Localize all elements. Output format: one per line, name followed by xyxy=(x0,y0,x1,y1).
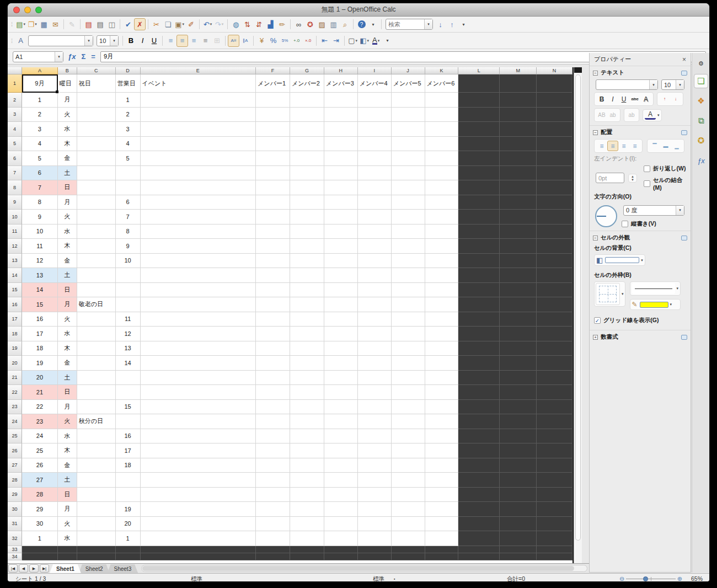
italic-button[interactable]: I xyxy=(607,94,618,104)
cell[interactable] xyxy=(537,137,572,152)
cell[interactable] xyxy=(141,502,256,517)
cell[interactable] xyxy=(141,195,256,210)
standard-format-button[interactable]: 5% xyxy=(279,35,291,47)
italic-button[interactable]: I xyxy=(137,35,148,47)
row-header-8[interactable]: 8 xyxy=(8,180,22,195)
cell[interactable] xyxy=(537,414,572,429)
collapse-icon[interactable]: − xyxy=(593,130,598,135)
cell[interactable] xyxy=(324,93,358,108)
cell[interactable] xyxy=(392,371,425,386)
cell[interactable] xyxy=(392,254,425,269)
cell[interactable] xyxy=(537,502,572,517)
cell[interactable] xyxy=(77,356,116,371)
cell[interactable]: 火 xyxy=(58,312,77,327)
combo-arrow-icon[interactable]: ▾ xyxy=(649,80,657,89)
cell[interactable] xyxy=(537,458,572,473)
cell[interactable]: 22 xyxy=(22,400,58,415)
cell[interactable] xyxy=(537,74,572,93)
cell[interactable] xyxy=(458,137,500,152)
cell[interactable]: 4 xyxy=(116,137,141,152)
cell[interactable] xyxy=(290,137,324,152)
cell[interactable] xyxy=(290,180,324,195)
degree-combo[interactable]: 0 度 ▾ xyxy=(623,205,684,216)
name-box[interactable]: A1 ▾ xyxy=(13,51,63,62)
cell[interactable]: 6 xyxy=(116,195,141,210)
row-header-5[interactable]: 5 xyxy=(8,137,22,152)
cell[interactable] xyxy=(324,400,358,415)
cell[interactable] xyxy=(537,151,572,166)
column-header-G[interactable]: G xyxy=(290,67,324,74)
dropdown-caret-icon[interactable]: ▾ xyxy=(670,302,672,307)
cell[interactable] xyxy=(392,531,425,546)
cell[interactable] xyxy=(392,443,425,458)
cell[interactable] xyxy=(290,327,324,341)
show-gridlines-checkbox[interactable]: ✓ xyxy=(594,317,601,324)
font-size-combo[interactable]: 10▾ xyxy=(97,35,119,46)
cell[interactable]: 4 xyxy=(22,137,58,152)
cell[interactable] xyxy=(392,488,425,503)
column-header-L[interactable]: L xyxy=(458,67,500,74)
cell[interactable]: 5 xyxy=(116,151,141,166)
cell[interactable] xyxy=(324,210,358,224)
cell[interactable]: 10 xyxy=(22,224,58,239)
cell[interactable] xyxy=(458,254,500,269)
insert-mode[interactable]: 標準 xyxy=(373,575,384,581)
cell[interactable]: 3 xyxy=(22,122,58,137)
cell[interactable] xyxy=(537,385,572,400)
zoom-slider-thumb[interactable] xyxy=(643,576,648,581)
cell[interactable] xyxy=(290,458,324,473)
row-header-17[interactable]: 17 xyxy=(8,312,22,327)
cell[interactable] xyxy=(392,414,425,429)
cell[interactable] xyxy=(290,108,324,122)
panel-popout-icon[interactable] xyxy=(681,335,687,340)
hyperlink-button[interactable]: ◍ xyxy=(230,18,242,30)
cell[interactable] xyxy=(392,283,425,298)
email-button[interactable]: ✉ xyxy=(50,18,61,30)
cell[interactable] xyxy=(77,210,116,224)
merge-cells-button[interactable]: ⊞ xyxy=(211,35,223,47)
cell[interactable]: メンバー3 xyxy=(324,74,358,93)
fontwork-button[interactable]: A xyxy=(15,35,26,47)
cell[interactable] xyxy=(324,327,358,341)
cell[interactable]: 9月 xyxy=(22,74,58,93)
cell[interactable] xyxy=(141,239,256,254)
align-bottom-button[interactable]: ▁ xyxy=(671,141,682,151)
cell[interactable] xyxy=(116,297,141,312)
cell[interactable] xyxy=(77,122,116,137)
cell[interactable]: 木 xyxy=(58,137,77,152)
cell[interactable] xyxy=(141,137,256,152)
cell[interactable] xyxy=(537,429,572,444)
cell[interactable] xyxy=(290,254,324,269)
cell[interactable] xyxy=(458,166,500,181)
line-color-swatch[interactable] xyxy=(640,302,668,308)
cell[interactable] xyxy=(500,122,537,137)
cell[interactable] xyxy=(458,224,500,239)
cell[interactable] xyxy=(392,93,425,108)
cell[interactable] xyxy=(500,385,537,400)
toolbar-handle[interactable]: ⁞ xyxy=(11,38,13,44)
cell[interactable] xyxy=(77,180,116,195)
cell[interactable]: メンバー5 xyxy=(392,74,425,93)
zoom-level[interactable]: 65% xyxy=(691,575,703,581)
row-header-33[interactable]: 33 xyxy=(8,546,22,553)
cell[interactable] xyxy=(500,297,537,312)
cell[interactable] xyxy=(324,488,358,503)
cell[interactable]: 23 xyxy=(22,414,58,429)
cell[interactable] xyxy=(141,283,256,298)
cell[interactable] xyxy=(537,254,572,269)
cell[interactable]: 火 xyxy=(58,210,77,224)
cell[interactable] xyxy=(500,195,537,210)
underline-button[interactable]: U xyxy=(618,94,629,104)
row-header-2[interactable]: 2 xyxy=(8,93,22,108)
cell[interactable] xyxy=(141,254,256,269)
cell[interactable] xyxy=(537,443,572,458)
cell[interactable] xyxy=(500,151,537,166)
cell[interactable] xyxy=(141,400,256,415)
row-header-20[interactable]: 20 xyxy=(8,356,22,371)
cell[interactable] xyxy=(500,502,537,517)
sort-descending-button[interactable]: ⇵ xyxy=(253,18,265,30)
cell[interactable] xyxy=(500,488,537,503)
cell[interactable]: 30 xyxy=(22,517,58,532)
combo-arrow-icon[interactable]: ▾ xyxy=(84,36,93,46)
zoom-button[interactable]: ⌕ xyxy=(339,18,351,30)
